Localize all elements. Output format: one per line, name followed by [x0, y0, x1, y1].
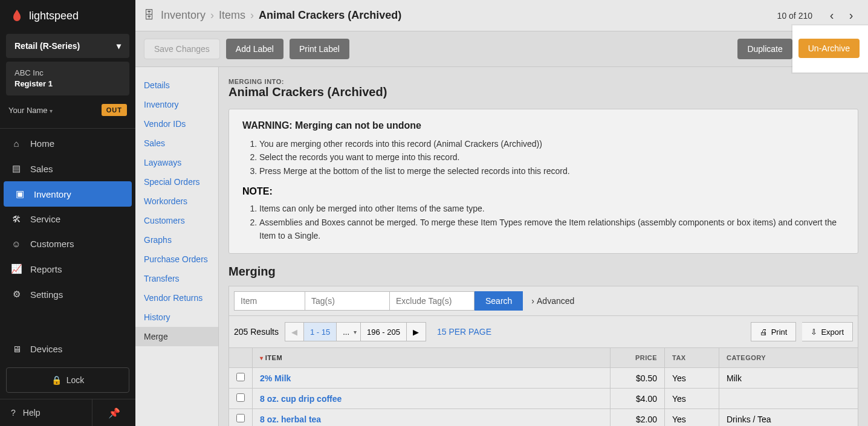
- prev-record-button[interactable]: ‹: [823, 7, 840, 24]
- nav-devices[interactable]: 🖥Devices: [0, 337, 135, 361]
- monitor-icon: 🖥: [11, 344, 22, 354]
- note-line: Assemblies and Boxes cannot be merged. T…: [259, 216, 844, 243]
- nav-reports[interactable]: 📈Reports: [0, 256, 135, 282]
- shop-register-card[interactable]: ABC Inc Register 1: [6, 62, 129, 95]
- shop-selector[interactable]: Retail (R-Series) ▾: [6, 34, 129, 58]
- search-item-input[interactable]: [234, 291, 305, 311]
- subnav-customers[interactable]: Customers: [135, 211, 218, 230]
- warning-line: Select the records you want to merge int…: [259, 150, 844, 164]
- subnav-graphs[interactable]: Graphs: [135, 230, 218, 250]
- col-price[interactable]: PRICE: [611, 348, 665, 368]
- subnav-vendor-returns[interactable]: Vendor Returns: [135, 288, 218, 308]
- subnav-sales[interactable]: Sales: [135, 134, 218, 153]
- pager-prev[interactable]: ◀: [285, 322, 304, 341]
- row-checkbox[interactable]: [236, 373, 245, 381]
- subnav-vendor-ids[interactable]: Vendor IDs: [135, 114, 218, 134]
- merging-into-title: Animal Crackers (Archived): [228, 85, 858, 99]
- nav-home[interactable]: ⌂Home: [0, 131, 135, 156]
- search-exclude-tags-input[interactable]: [390, 291, 474, 311]
- table-row: 2% Milk$0.50YesMilk: [229, 368, 858, 389]
- unarchive-button[interactable]: Un-Archive: [798, 39, 860, 58]
- subnav-purchase-orders[interactable]: Purchase Orders: [135, 250, 218, 269]
- row-checkbox-cell: [229, 368, 253, 389]
- row-category: [719, 389, 858, 409]
- duplicate-button[interactable]: Duplicate: [737, 39, 792, 59]
- row-item-link[interactable]: 8 oz. cup drip coffee: [253, 389, 611, 409]
- brand-logo: lightspeed: [0, 0, 135, 31]
- export-button[interactable]: ⇩Export: [802, 322, 853, 341]
- action-bar: Save Changes Add Label Print Label Dupli…: [135, 31, 868, 67]
- print-button[interactable]: 🖨Print: [751, 322, 797, 341]
- results-bar: 205 Results ◀ 1 - 15 ... 196 - 205 ▶ 15 …: [228, 316, 858, 348]
- export-icon: ⇩: [811, 328, 817, 337]
- row-checkbox-cell: [229, 409, 253, 426]
- row-checkbox[interactable]: [236, 393, 245, 402]
- nav-service[interactable]: 🛠Service: [0, 207, 135, 231]
- nav-customers[interactable]: ☺Customers: [0, 231, 135, 256]
- row-price: $2.00: [611, 409, 665, 426]
- subnav-layaways[interactable]: Layaways: [135, 153, 218, 172]
- row-item-link[interactable]: 8 oz. herbal tea: [253, 409, 611, 426]
- per-page-select[interactable]: 15 PER PAGE: [437, 327, 491, 337]
- pager-page-1[interactable]: 1 - 15: [304, 322, 337, 341]
- help-button[interactable]: ?Help: [0, 399, 92, 426]
- breadcrumb-current: Animal Crackers (Archived): [259, 9, 401, 22]
- search-button[interactable]: Search: [474, 291, 523, 311]
- sidebar: lightspeed Retail (R-Series) ▾ ABC Inc R…: [0, 0, 135, 426]
- pager-page-select[interactable]: ...: [337, 322, 361, 341]
- subnav-special-orders[interactable]: Special Orders: [135, 172, 218, 192]
- nav-inventory[interactable]: ▣Inventory: [4, 181, 132, 207]
- chevron-right-icon: ›: [531, 296, 534, 306]
- user-row[interactable]: Your Name ▾ OUT: [6, 100, 129, 120]
- nav-sales[interactable]: ▤Sales: [0, 156, 135, 181]
- chart-icon: 📈: [11, 263, 22, 274]
- row-price: $0.50: [611, 368, 665, 389]
- pin-icon: 📌: [108, 407, 120, 419]
- subnav-transfers[interactable]: Transfers: [135, 269, 218, 288]
- subnav-workorders[interactable]: Workorders: [135, 192, 218, 211]
- col-tax[interactable]: TAX: [665, 348, 719, 368]
- user-status-badge: OUT: [102, 104, 127, 116]
- col-checkbox: [229, 348, 253, 368]
- save-changes-button: Save Changes: [144, 39, 220, 59]
- subnav-details[interactable]: Details: [135, 76, 218, 95]
- add-label-button[interactable]: Add Label: [226, 39, 283, 59]
- main-area: 🗄 Inventory › Items › Animal Crackers (A…: [135, 0, 868, 426]
- tag-icon: ▤: [11, 163, 22, 174]
- warning-heading: WARNING: Merging can not be undone: [242, 120, 844, 131]
- items-table: ITEM PRICE TAX CATEGORY 2% Milk$0.50YesM…: [228, 348, 858, 426]
- row-checkbox[interactable]: [236, 414, 245, 422]
- subnav-inventory[interactable]: Inventory: [135, 95, 218, 114]
- row-category: Drinks / Tea: [719, 409, 858, 426]
- subnav-merge[interactable]: Merge: [135, 327, 218, 346]
- pager-page-last[interactable]: 196 - 205: [361, 322, 407, 341]
- chevron-right-icon: ›: [210, 9, 214, 22]
- col-item[interactable]: ITEM: [253, 348, 611, 368]
- search-tags-input[interactable]: [305, 291, 390, 311]
- lock-button[interactable]: 🔒Lock: [6, 367, 129, 393]
- row-item-link[interactable]: 2% Milk: [253, 368, 611, 389]
- note-line: Items can only be merged into other Item…: [259, 202, 844, 215]
- results-count: 205 Results: [234, 327, 279, 337]
- warning-line: Press Merge at the bottom of the list to…: [259, 164, 844, 178]
- next-record-button[interactable]: ›: [843, 7, 860, 24]
- nav-settings[interactable]: ⚙Settings: [0, 282, 135, 307]
- breadcrumb-inventory[interactable]: Inventory: [161, 9, 206, 22]
- row-tax: Yes: [665, 409, 719, 426]
- pin-button[interactable]: 📌: [92, 399, 135, 426]
- table-row: 8 oz. cup drip coffee$4.00Yes: [229, 389, 858, 409]
- breadcrumb: Inventory › Items › Animal Crackers (Arc…: [161, 9, 401, 22]
- help-icon: ?: [11, 408, 16, 418]
- print-icon: 🖨: [760, 328, 768, 337]
- subnav-history[interactable]: History: [135, 308, 218, 327]
- row-tax: Yes: [665, 389, 719, 409]
- row-category: Milk: [719, 368, 858, 389]
- col-category[interactable]: CATEGORY: [719, 348, 858, 368]
- chevron-right-icon: ›: [250, 9, 254, 22]
- pager-next[interactable]: ▶: [407, 322, 426, 341]
- company-name: ABC Inc: [15, 68, 121, 79]
- gear-icon: ⚙: [11, 289, 22, 300]
- breadcrumb-items[interactable]: Items: [219, 9, 245, 22]
- print-label-button[interactable]: Print Label: [290, 39, 349, 59]
- advanced-toggle[interactable]: ›Advanced: [531, 296, 574, 306]
